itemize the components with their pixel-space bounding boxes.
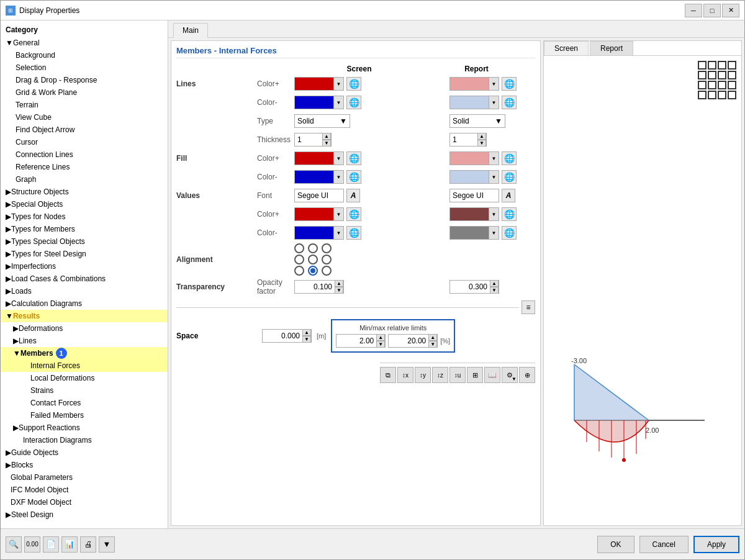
tree-item-general[interactable]: ▼ General: [1, 37, 168, 49]
values-report-colorplus-globe[interactable]: 🌐: [502, 207, 517, 221]
tree-item-selection[interactable]: Selection: [1, 61, 168, 74]
copy-btn[interactable]: ⧉: [380, 367, 396, 383]
values-report-colorplus-picker[interactable]: ▼: [449, 207, 499, 221]
fill-report-colorminus-globe[interactable]: 🌐: [502, 170, 517, 184]
align-radio-5[interactable]: [308, 255, 318, 264]
lines-screen-thickness-up[interactable]: ▲: [322, 133, 331, 140]
print-btn[interactable]: 🖨: [80, 536, 96, 553]
tree-item-deformations[interactable]: ▶ Deformations: [1, 322, 168, 335]
values-screen-colorplus-dropdown[interactable]: ▼: [333, 208, 343, 220]
values-report-colorplus-dropdown[interactable]: ▼: [489, 208, 499, 220]
lines-report-colorminus-dropdown[interactable]: ▼: [489, 96, 499, 109]
fill-screen-colorplus-globe[interactable]: 🌐: [346, 151, 361, 165]
minmax-max-up[interactable]: ▲: [428, 334, 437, 341]
dropdown-btn[interactable]: ▼: [99, 536, 115, 553]
lines-report-thickness-input[interactable]: ▲ ▼: [449, 133, 487, 147]
lines-screen-thickness-input[interactable]: ▲ ▼: [294, 133, 332, 147]
lines-report-thickness-up[interactable]: ▲: [477, 133, 486, 140]
lines-screen-colorminus-globe[interactable]: 🌐: [346, 96, 361, 109]
tree-item-typesmembers[interactable]: ▶ Types for Members: [1, 223, 168, 235]
table-btn[interactable]: 📊: [61, 536, 78, 553]
minimize-button[interactable]: ─: [685, 4, 702, 17]
tree-item-special[interactable]: ▶ Special Objects: [1, 198, 168, 210]
lines-report-colorminus-picker[interactable]: ▼: [449, 96, 499, 109]
tree-item-imperfections[interactable]: ▶ Imperfections: [1, 260, 168, 273]
values-screen-font-btn[interactable]: A: [346, 189, 360, 202]
fill-report-colorminus-picker[interactable]: ▼: [449, 170, 499, 184]
tree-item-guide[interactable]: ▶ Guide Objects: [1, 446, 168, 459]
book-btn[interactable]: 📖: [484, 367, 500, 383]
tree-item-background[interactable]: Background: [1, 49, 168, 61]
space-field[interactable]: [263, 332, 302, 340]
tree-item-loadcases[interactable]: ▶ Load Cases & Combinations: [1, 273, 168, 285]
values-report-colorminus-dropdown[interactable]: ▼: [489, 227, 499, 239]
lines-report-colorplus-dropdown[interactable]: ▼: [489, 78, 499, 90]
fill-screen-colorplus-dropdown[interactable]: ▼: [333, 152, 343, 165]
tree-item-global-params[interactable]: Global Parameters: [1, 471, 168, 484]
settings-btn[interactable]: ⚙▼: [502, 367, 518, 383]
tree-item-internal-forces[interactable]: Internal Forces: [1, 359, 168, 372]
tree-item-lines[interactable]: ▶ Lines: [1, 335, 168, 347]
align-radio-3[interactable]: [322, 243, 332, 253]
fill-report-colorplus-picker[interactable]: ▼: [449, 151, 499, 165]
lines-report-colorplus-globe[interactable]: 🌐: [502, 77, 517, 91]
lines-report-thickness-down[interactable]: ▼: [477, 140, 486, 147]
align-radio-9[interactable]: [322, 266, 332, 276]
values-report-colorminus-globe[interactable]: 🌐: [502, 226, 517, 240]
values-screen-colorminus-picker[interactable]: ▼: [294, 226, 344, 240]
lines-screen-colorplus-globe[interactable]: 🌐: [346, 77, 361, 91]
preview-tab-report[interactable]: Report: [590, 41, 633, 55]
tree-item-steel[interactable]: ▶ Steel Design: [1, 508, 168, 521]
axis-z-btn[interactable]: ↕z: [432, 367, 448, 383]
axis-u-btn[interactable]: ↕u: [449, 367, 466, 383]
values-screen-colorminus-dropdown[interactable]: ▼: [333, 227, 343, 239]
align-radio-7[interactable]: [294, 266, 304, 276]
tree-item-graph[interactable]: Graph: [1, 173, 168, 186]
lines-screen-colorplus-dropdown[interactable]: ▼: [333, 78, 343, 90]
tree-item-local-deformations[interactable]: Local Deformations: [1, 372, 168, 384]
fill-screen-colorplus-picker[interactable]: ▼: [294, 151, 344, 165]
tree-item-viewcube[interactable]: View Cube: [1, 111, 168, 124]
minmax-max-down[interactable]: ▼: [428, 341, 437, 348]
lines-report-type-select[interactable]: Solid ▼: [449, 114, 505, 128]
preview-tab-screen[interactable]: Screen: [544, 41, 589, 55]
tree-item-cursor[interactable]: Cursor: [1, 136, 168, 148]
fill-report-colorplus-dropdown[interactable]: ▼: [489, 152, 499, 165]
values-screen-colorplus-picker[interactable]: ▼: [294, 207, 344, 221]
tree-item-typesspecial[interactable]: ▶ Types Special Objects: [1, 235, 168, 248]
tree-item-typessteel[interactable]: ▶ Types for Steel Design: [1, 248, 168, 260]
space-down[interactable]: ▼: [302, 336, 311, 343]
minmax-max-input[interactable]: ▲ ▼: [388, 334, 438, 348]
target-btn[interactable]: ⊕: [519, 367, 535, 383]
tree-item-ifc[interactable]: IFC Model Object: [1, 484, 168, 496]
transparency-screen-up[interactable]: ▲: [335, 280, 343, 287]
align-radio-1[interactable]: [294, 243, 304, 253]
minmax-max-field[interactable]: [389, 336, 428, 345]
axis-y-btn[interactable]: ↕y: [415, 367, 431, 383]
lines-screen-thickness-field[interactable]: [295, 135, 322, 144]
values-screen-colorminus-globe[interactable]: 🌐: [346, 226, 361, 240]
fill-screen-colorminus-dropdown[interactable]: ▼: [333, 171, 343, 183]
minmax-min-field[interactable]: [336, 336, 376, 345]
align-radio-4[interactable]: [294, 255, 304, 264]
space-up[interactable]: ▲: [302, 329, 311, 336]
lines-screen-thickness-down[interactable]: ▼: [322, 140, 331, 147]
tree-item-grid[interactable]: Grid & Work Plane: [1, 86, 168, 99]
doc-btn[interactable]: 📄: [43, 536, 59, 553]
transparency-report-field[interactable]: [450, 282, 490, 291]
fill-report-colorplus-globe[interactable]: 🌐: [502, 151, 517, 165]
tree-item-typesnodes[interactable]: ▶ Types for Nodes: [1, 210, 168, 223]
minmax-min-down[interactable]: ▼: [376, 341, 385, 348]
close-button[interactable]: ✕: [722, 4, 739, 17]
lines-report-thickness-field[interactable]: [450, 135, 477, 144]
lines-screen-colorminus-picker[interactable]: ▼: [294, 96, 344, 109]
tree-item-calcdiag[interactable]: ▶ Calculation Diagrams: [1, 297, 168, 310]
transparency-report-input[interactable]: ▲ ▼: [449, 280, 499, 294]
tree-item-loads[interactable]: ▶ Loads: [1, 285, 168, 297]
apply-button[interactable]: Apply: [693, 536, 739, 553]
divider-icon[interactable]: ≡: [522, 300, 535, 314]
tree-item-interaction-diag[interactable]: Interaction Diagrams: [1, 434, 168, 446]
tree-item-dxf[interactable]: DXF Model Object: [1, 496, 168, 508]
fill-screen-colorminus-globe[interactable]: 🌐: [346, 170, 361, 184]
lines-report-colorminus-globe[interactable]: 🌐: [502, 96, 517, 109]
